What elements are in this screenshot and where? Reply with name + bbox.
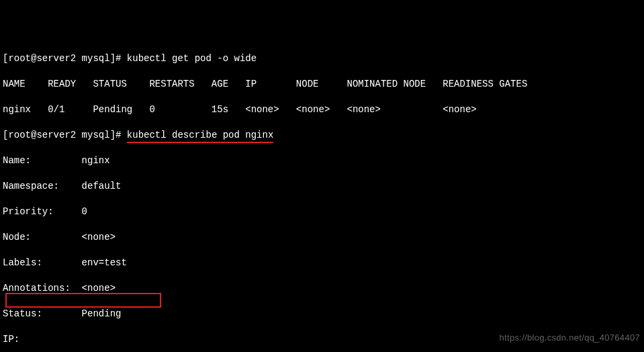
prompt-userhost: root@server2 mysql xyxy=(8,53,109,64)
desc-priority: Priority: 0 xyxy=(3,206,641,218)
table-row-1: nginx 0/1 Pending 0 15s <none> <none> <n… xyxy=(3,103,641,116)
bracket-close: ]# xyxy=(110,53,127,64)
table-header: NAME READY STATUS RESTARTS AGE IP NODE N… xyxy=(3,78,641,91)
desc-node: Node: <none> xyxy=(3,231,641,244)
command-1: kubectl get pod -o wide xyxy=(127,53,257,64)
desc-status: Status: Pending xyxy=(3,308,641,320)
prompt-line-1: [root@server2 mysql]# kubectl get pod -o… xyxy=(3,52,641,65)
prompt-userhost: root@server2 mysql xyxy=(8,130,109,140)
desc-name: Name: nginx xyxy=(3,155,641,167)
highlight-box-podscheduled xyxy=(5,293,161,308)
desc-namespace: Namespace: default xyxy=(3,180,641,193)
desc-annotations: Annotations: <none> xyxy=(3,282,641,295)
command-2-underlined: kubectl describe pod nginx xyxy=(127,129,273,142)
desc-labels: Labels: env=test xyxy=(3,257,641,269)
prompt-line-2: [root@server2 mysql]# kubectl describe p… xyxy=(3,129,641,142)
watermark-text: https://blog.csdn.net/qq_40764407 xyxy=(500,331,640,344)
bracket-close: ]# xyxy=(110,130,127,140)
